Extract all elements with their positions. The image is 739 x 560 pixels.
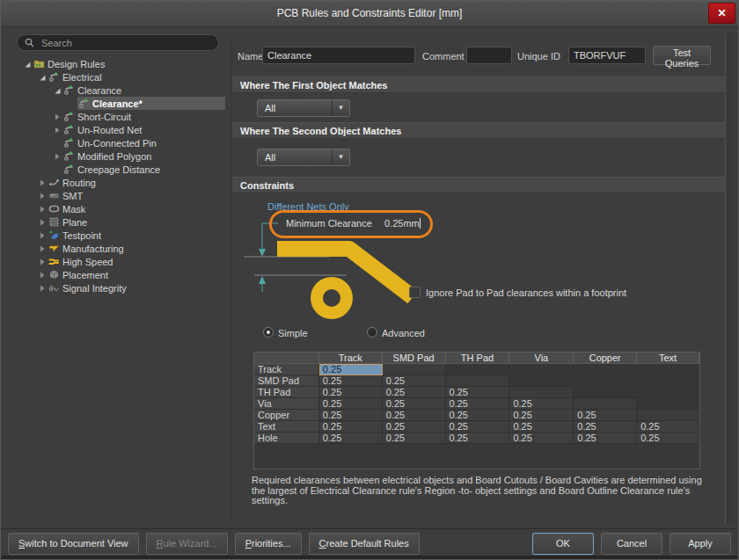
matrix-cell[interactable]: 0.25 xyxy=(574,433,637,444)
tree-expanded-arrow-icon[interactable] xyxy=(22,59,33,69)
matrix-cell[interactable] xyxy=(509,364,574,375)
tree-item-un-routed-net[interactable]: Un-Routed Net xyxy=(10,123,225,136)
matrix-cell[interactable]: 0.25 xyxy=(446,387,510,398)
simple-radio[interactable] xyxy=(263,327,274,338)
matrix-cell[interactable]: 0.25 xyxy=(446,421,510,433)
tree-item-placement[interactable]: Placement xyxy=(10,268,225,281)
tree-item-smt[interactable]: SMT xyxy=(10,189,225,202)
tree-collapsed-arrow-icon[interactable] xyxy=(52,151,62,162)
matrix-cell[interactable]: 0.25 xyxy=(383,375,446,387)
matrix-cell[interactable] xyxy=(574,398,637,410)
matrix-cell[interactable]: 0.25 xyxy=(319,421,383,433)
matrix-cell[interactable] xyxy=(446,364,510,375)
rule-wizard-button[interactable]: Rule Wizard... xyxy=(146,533,228,555)
matrix-cell[interactable]: 0.25 xyxy=(446,410,510,421)
tree-collapsed-arrow-icon[interactable] xyxy=(37,204,48,215)
scrollbar-track[interactable] xyxy=(725,34,734,524)
tree-item-modified-polygon[interactable]: Modified Polygon xyxy=(10,149,225,163)
ok-button[interactable]: OK xyxy=(532,533,594,555)
matrix-cell[interactable]: 0.25 xyxy=(446,433,510,444)
tree-collapsed-arrow-icon[interactable] xyxy=(37,283,48,294)
tree-item-body: Signal Integrity xyxy=(48,281,225,295)
tree-item-mask[interactable]: Mask xyxy=(10,202,225,215)
first-object-dropdown[interactable]: All ▼ xyxy=(257,99,350,117)
matrix-cell[interactable] xyxy=(574,364,637,375)
matrix-cell[interactable] xyxy=(509,375,574,387)
tree-expanded-arrow-icon[interactable] xyxy=(37,72,48,83)
tree-item-routing[interactable]: Routing xyxy=(10,176,225,189)
matrix-cell[interactable] xyxy=(637,387,699,398)
cancel-button[interactable]: Cancel xyxy=(601,533,662,555)
matrix-cell[interactable]: 0.25 xyxy=(446,398,510,410)
matrix-cell[interactable]: 0.25 xyxy=(383,398,446,410)
matrix-cell[interactable]: 0.25 xyxy=(574,410,637,421)
manufacturing-icon xyxy=(48,243,60,254)
matrix-cell[interactable]: 0.25 xyxy=(637,433,699,444)
matrix-cell[interactable]: 0.25 xyxy=(319,375,383,387)
matrix-cell[interactable]: 0.25 xyxy=(509,433,574,444)
comment-input[interactable] xyxy=(466,47,512,64)
matrix-cell[interactable] xyxy=(637,375,699,387)
tree-item-design-rules[interactable]: Design Rules xyxy=(10,57,225,70)
switch-to-document-view-button[interactable]: Switch to Document View xyxy=(8,533,139,555)
tree-item-high-speed[interactable]: High Speed xyxy=(10,255,225,268)
advanced-radio[interactable] xyxy=(367,327,377,338)
matrix-cell[interactable]: 0.25 xyxy=(319,433,383,444)
matrix-cell[interactable] xyxy=(574,375,637,387)
search-input[interactable] xyxy=(40,37,211,49)
matrix-cell[interactable]: 0.25 xyxy=(574,421,637,433)
matrix-cell[interactable] xyxy=(446,375,510,387)
matrix-cell[interactable]: 0.25 xyxy=(319,387,383,398)
tree-item-electrical[interactable]: Electrical xyxy=(10,70,225,84)
tree-collapsed-arrow-icon[interactable] xyxy=(37,191,48,201)
tree-item-short-circuit[interactable]: Short-Circuit xyxy=(10,110,225,123)
matrix-cell[interactable]: 0.25 xyxy=(383,421,446,433)
second-object-dropdown[interactable]: All ▼ xyxy=(257,149,350,166)
unique-id-input[interactable] xyxy=(568,47,646,64)
matrix-cell[interactable]: 0.25 xyxy=(319,410,383,421)
tree-collapsed-arrow-icon[interactable] xyxy=(37,178,48,188)
tree-collapsed-arrow-icon[interactable] xyxy=(37,270,48,280)
tree-collapsed-arrow-icon[interactable] xyxy=(37,217,48,228)
create-default-rules-button[interactable]: Create Default Rules xyxy=(309,533,420,555)
window-bottom-edge xyxy=(1,556,738,559)
tree-item-body: Placement xyxy=(48,268,225,281)
tree-item-clearance[interactable]: Clearance* xyxy=(10,97,225,110)
tree-item-manufacturing[interactable]: Manufacturing xyxy=(10,242,225,255)
ignore-pad-checkbox[interactable] xyxy=(409,287,421,298)
tree-item-plane[interactable]: Plane xyxy=(10,215,225,229)
search-box[interactable] xyxy=(17,34,219,51)
tree-item-creepage-distance[interactable]: Creepage Distance xyxy=(10,163,225,176)
matrix-cell[interactable]: 0.25 xyxy=(383,433,446,444)
tree-item-testpoint[interactable]: Testpoint xyxy=(10,229,225,242)
matrix-cell[interactable]: 0.25 xyxy=(383,387,446,398)
min-clearance-value[interactable]: 0.25mm xyxy=(384,218,421,229)
matrix-cell[interactable]: 0.25 xyxy=(637,421,699,433)
tree-expanded-arrow-icon[interactable] xyxy=(52,85,62,96)
matrix-cell[interactable] xyxy=(509,387,574,398)
tree-collapsed-arrow-icon[interactable] xyxy=(52,125,62,135)
matrix-cell[interactable] xyxy=(637,398,699,410)
matrix-cell[interactable] xyxy=(574,387,637,398)
matrix-cell[interactable]: 0.25 xyxy=(319,364,383,375)
tree-item-clearance[interactable]: Clearance xyxy=(10,84,225,97)
tree-collapsed-arrow-icon[interactable] xyxy=(37,244,48,254)
matrix-cell[interactable] xyxy=(383,364,446,375)
matrix-cell[interactable]: 0.25 xyxy=(509,398,574,410)
tree-collapsed-arrow-icon[interactable] xyxy=(52,112,62,122)
close-button[interactable]: ✕ xyxy=(708,3,735,24)
matrix-cell[interactable]: 0.25 xyxy=(319,398,383,410)
priorities-button[interactable]: Priorities... xyxy=(235,533,302,555)
apply-button[interactable]: Apply xyxy=(669,533,731,555)
tree-collapsed-arrow-icon[interactable] xyxy=(37,257,48,267)
tree-item-un-connected-pin[interactable]: Un-Connected Pin xyxy=(10,136,225,149)
matrix-cell[interactable]: 0.25 xyxy=(383,410,446,421)
matrix-cell[interactable]: 0.25 xyxy=(509,410,574,421)
tree-item-signal-integrity[interactable]: Signal Integrity xyxy=(10,281,225,295)
tree-collapsed-arrow-icon[interactable] xyxy=(37,230,48,241)
matrix-cell[interactable] xyxy=(637,410,699,421)
test-queries-button[interactable]: Test Queries xyxy=(653,46,711,65)
rule-name-input[interactable] xyxy=(262,47,415,64)
matrix-cell[interactable] xyxy=(637,364,699,375)
matrix-cell[interactable]: 0.25 xyxy=(509,421,574,433)
